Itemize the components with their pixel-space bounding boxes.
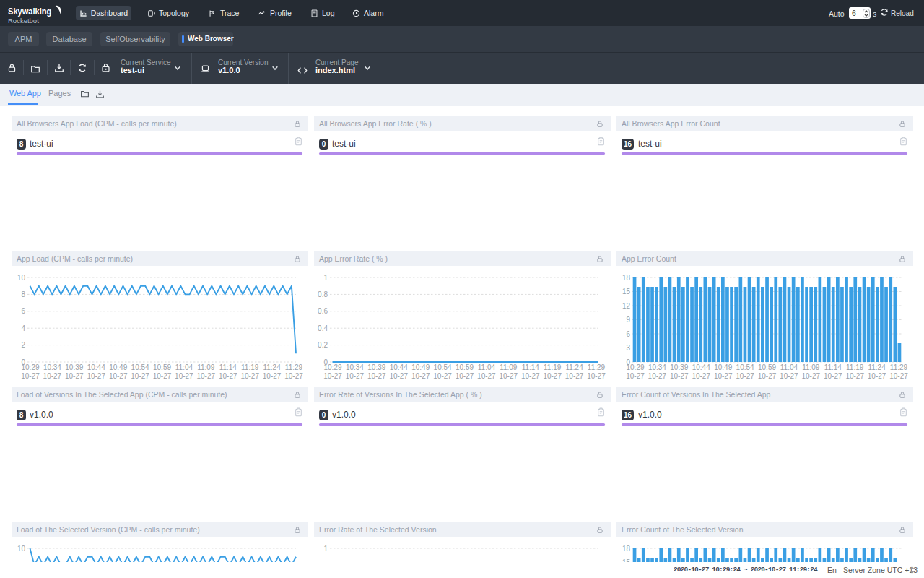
svg-text:10:49: 10:49: [411, 363, 430, 371]
svg-text:10-27: 10-27: [802, 372, 821, 380]
svg-text:10-27: 10-27: [109, 372, 128, 380]
svg-text:11:24: 11:24: [868, 363, 886, 371]
svg-text:11:19: 11:19: [544, 363, 562, 371]
svg-text:10-27: 10-27: [131, 372, 149, 380]
svg-text:10:29: 10:29: [323, 363, 341, 371]
svg-text:11:04: 11:04: [175, 363, 193, 371]
svg-text:10-27: 10-27: [714, 372, 733, 380]
svg-text:10-27: 10-27: [626, 372, 645, 380]
svg-text:6: 6: [21, 307, 25, 315]
svg-text:10-27: 10-27: [219, 372, 237, 380]
svg-text:11:09: 11:09: [802, 363, 820, 371]
svg-text:10-27: 10-27: [845, 372, 864, 380]
svg-text:10-27: 10-27: [43, 372, 62, 380]
svg-text:11:09: 11:09: [500, 363, 518, 371]
svg-text:11:29: 11:29: [588, 363, 606, 371]
svg-text:10-27: 10-27: [263, 372, 282, 380]
svg-text:18: 18: [622, 545, 631, 553]
svg-text:10-27: 10-27: [500, 372, 518, 380]
svg-text:4: 4: [21, 324, 25, 332]
svg-text:11:19: 11:19: [846, 363, 864, 371]
svg-text:10-27: 10-27: [670, 372, 689, 380]
svg-text:10:59: 10:59: [153, 363, 171, 371]
svg-text:10-27: 10-27: [153, 372, 172, 380]
svg-text:10:49: 10:49: [109, 363, 127, 371]
svg-text:11:14: 11:14: [219, 363, 237, 371]
svg-text:10:34: 10:34: [346, 363, 364, 371]
svg-text:10-27: 10-27: [758, 372, 777, 380]
svg-text:10-27: 10-27: [367, 372, 386, 380]
svg-text:10:39: 10:39: [65, 363, 83, 371]
svg-text:11:14: 11:14: [522, 363, 540, 371]
svg-text:10-27: 10-27: [587, 372, 606, 380]
svg-text:10-27: 10-27: [868, 372, 886, 380]
svg-text:10:39: 10:39: [367, 363, 385, 371]
svg-text:10-27: 10-27: [175, 372, 193, 380]
svg-text:10:54: 10:54: [131, 363, 149, 371]
svg-text:10:29: 10:29: [626, 363, 644, 371]
svg-text:1: 1: [323, 545, 328, 553]
svg-text:10-27: 10-27: [692, 372, 710, 380]
svg-text:10:49: 10:49: [714, 363, 732, 371]
svg-text:11:04: 11:04: [780, 363, 798, 371]
svg-text:10-27: 10-27: [780, 372, 798, 380]
svg-text:10-27: 10-27: [346, 372, 365, 380]
svg-text:10-27: 10-27: [240, 372, 259, 380]
svg-text:10: 10: [17, 274, 26, 282]
svg-text:18: 18: [622, 274, 631, 282]
svg-text:0.2: 0.2: [318, 341, 328, 349]
svg-text:10-27: 10-27: [824, 372, 842, 380]
svg-text:10:44: 10:44: [692, 363, 710, 371]
svg-text:10:44: 10:44: [87, 363, 105, 371]
svg-text:10-27: 10-27: [889, 372, 908, 380]
svg-text:2: 2: [21, 341, 25, 349]
svg-text:10-27: 10-27: [65, 372, 84, 380]
svg-text:10-27: 10-27: [543, 372, 562, 380]
svg-text:10:39: 10:39: [670, 363, 688, 371]
svg-text:6: 6: [626, 330, 630, 338]
svg-text:0.4: 0.4: [318, 324, 328, 332]
svg-text:15: 15: [622, 288, 631, 296]
svg-text:10-27: 10-27: [477, 372, 496, 380]
svg-text:10-27: 10-27: [433, 372, 452, 380]
svg-text:10-27: 10-27: [323, 372, 342, 380]
svg-text:10:59: 10:59: [456, 363, 474, 371]
svg-text:11:24: 11:24: [565, 363, 583, 371]
svg-text:3: 3: [626, 344, 630, 352]
svg-text:10:29: 10:29: [21, 363, 39, 371]
svg-text:10:54: 10:54: [736, 363, 754, 371]
svg-text:10:44: 10:44: [390, 363, 408, 371]
svg-text:10-27: 10-27: [197, 372, 216, 380]
svg-text:11:24: 11:24: [263, 363, 281, 371]
svg-text:1: 1: [323, 274, 328, 282]
svg-text:10-27: 10-27: [411, 372, 430, 380]
svg-text:10-27: 10-27: [565, 372, 584, 380]
svg-text:10:34: 10:34: [43, 363, 61, 371]
svg-text:0.6: 0.6: [318, 307, 328, 315]
svg-text:10-27: 10-27: [87, 372, 105, 380]
svg-text:8: 8: [21, 290, 25, 298]
svg-text:11:29: 11:29: [890, 363, 908, 371]
svg-text:10:59: 10:59: [758, 363, 776, 371]
svg-text:10:34: 10:34: [648, 363, 666, 371]
svg-text:11:09: 11:09: [197, 363, 215, 371]
svg-text:0.8: 0.8: [318, 290, 328, 298]
svg-text:10-27: 10-27: [284, 372, 303, 380]
svg-text:10-27: 10-27: [456, 372, 474, 380]
svg-text:11:14: 11:14: [824, 363, 842, 371]
svg-text:10-27: 10-27: [521, 372, 540, 380]
svg-text:10:54: 10:54: [434, 363, 452, 371]
svg-text:12: 12: [622, 302, 631, 310]
svg-text:11:29: 11:29: [285, 363, 303, 371]
svg-text:10-27: 10-27: [21, 372, 40, 380]
svg-text:11:04: 11:04: [478, 363, 496, 371]
svg-text:11:19: 11:19: [241, 363, 259, 371]
svg-text:10-27: 10-27: [389, 372, 408, 380]
svg-text:10-27: 10-27: [648, 372, 667, 380]
svg-text:9: 9: [626, 316, 630, 324]
svg-text:10: 10: [17, 545, 26, 553]
svg-text:10-27: 10-27: [736, 372, 754, 380]
